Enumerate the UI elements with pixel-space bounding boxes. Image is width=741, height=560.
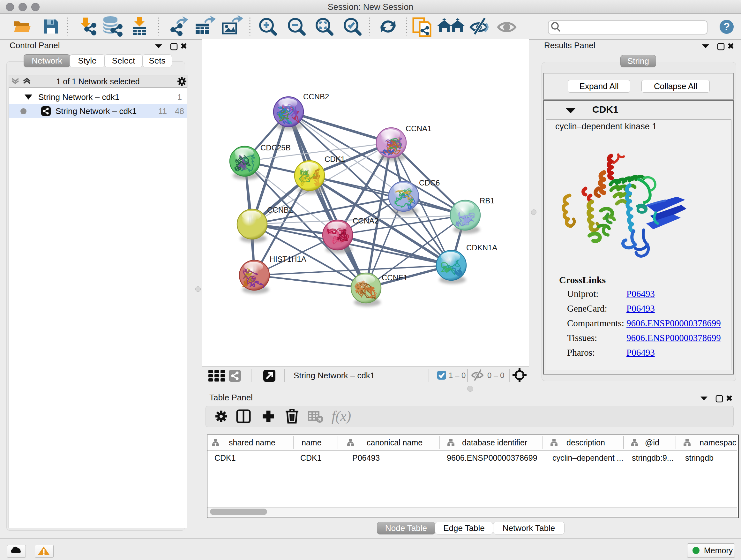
svg-text:CCNB2: CCNB2 [303, 92, 329, 101]
svg-text:1 – 0: 1 – 0 [449, 371, 466, 380]
svg-text:0 – 0: 0 – 0 [487, 371, 504, 380]
svg-text:stringdb: stringdb [685, 453, 714, 462]
svg-text:P06493: P06493 [352, 453, 380, 462]
svg-text:cyclin–dependent ...: cyclin–dependent ... [552, 453, 623, 462]
svg-text:CDC25B: CDC25B [260, 143, 291, 152]
svg-text:name: name [301, 438, 322, 447]
svg-text:String Network – cdk1: String Network – cdk1 [293, 371, 375, 380]
svg-text:f(x): f(x) [332, 408, 351, 424]
svg-text:RB1: RB1 [480, 196, 495, 205]
svg-text:CCNA2: CCNA2 [353, 216, 379, 225]
svg-text:CDK1: CDK1 [325, 155, 345, 164]
svg-text:HIST1H1A: HIST1H1A [270, 255, 307, 263]
svg-text:CCNB1: CCNB1 [267, 206, 293, 214]
svg-text:CDK1: CDK1 [300, 453, 322, 462]
svg-text:CDK1: CDK1 [214, 453, 236, 462]
svg-text:namespac: namespac [699, 438, 736, 447]
svg-text:@id: @id [645, 438, 659, 447]
svg-text:CCNA1: CCNA1 [406, 124, 431, 133]
svg-text:CCNE1: CCNE1 [382, 273, 408, 282]
svg-text:description: description [566, 438, 605, 447]
svg-text:shared name: shared name [229, 438, 275, 447]
svg-text:database identifier: database identifier [462, 438, 527, 447]
svg-text:CDC6: CDC6 [419, 179, 440, 187]
svg-text:canonical name: canonical name [367, 438, 422, 447]
svg-text:CDKN1A: CDKN1A [466, 243, 497, 252]
svg-text:stringdb:9...: stringdb:9... [632, 453, 674, 462]
svg-text:9606.ENSP00000378699: 9606.ENSP00000378699 [447, 453, 537, 462]
svg-text:?: ? [724, 20, 730, 33]
